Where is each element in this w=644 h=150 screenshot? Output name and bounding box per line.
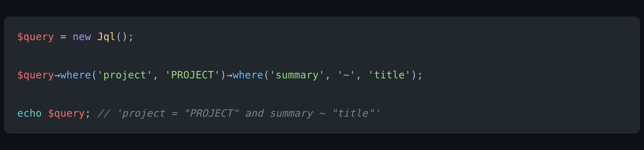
code-line-5: echo $query; // 'project = "PROJECT" and… xyxy=(17,104,627,123)
variable-token: $query xyxy=(48,107,85,119)
code-line-1: $query = new Jql(); xyxy=(17,27,627,46)
string-token: '~' xyxy=(337,69,356,81)
string-token: 'summary' xyxy=(270,69,325,81)
punct-token: , xyxy=(325,69,337,81)
comment-token: // 'project = "PROJECT" and summary ~ "t… xyxy=(97,107,380,119)
method-token: where xyxy=(60,69,91,81)
space-token xyxy=(91,31,97,43)
punct-token: , xyxy=(356,69,368,81)
variable-token: $query xyxy=(17,31,54,43)
arrow-token: → xyxy=(226,69,232,81)
code-block: $query = new Jql(); $query→where('projec… xyxy=(4,17,640,133)
blank-line xyxy=(17,85,627,104)
punct-token: ) xyxy=(220,69,226,81)
punct-token: ( xyxy=(263,69,270,81)
string-token: 'project' xyxy=(97,69,152,81)
blank-line xyxy=(17,46,627,65)
operator-token: = xyxy=(54,31,72,43)
class-token: Jql xyxy=(97,31,116,43)
punct-token: ); xyxy=(411,69,423,81)
punct-token: ( xyxy=(91,69,97,81)
arrow-token: → xyxy=(54,69,60,81)
string-token: 'title' xyxy=(368,69,411,81)
string-token: 'PROJECT' xyxy=(165,69,220,81)
keyword-token: echo xyxy=(17,107,42,119)
variable-token: $query xyxy=(17,69,54,81)
punct-token: , xyxy=(152,69,165,81)
keyword-token: new xyxy=(72,31,91,43)
code-line-3: $query→where('project', 'PROJECT')→where… xyxy=(17,65,627,85)
space-token xyxy=(42,107,48,119)
punct-token: ; xyxy=(85,107,97,119)
punct-token: (); xyxy=(116,31,134,43)
method-token: where xyxy=(232,69,263,81)
